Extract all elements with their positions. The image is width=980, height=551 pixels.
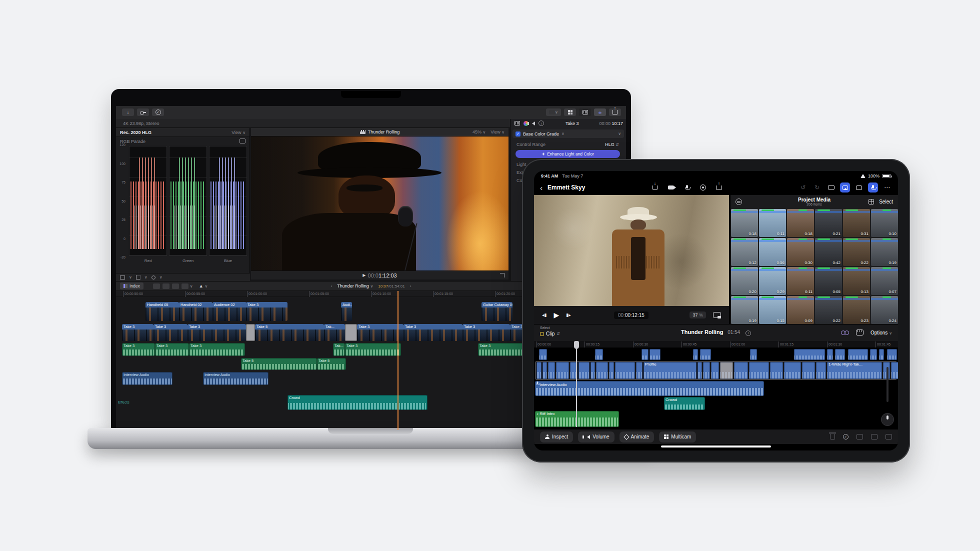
media-thumbnail[interactable]: 0:22 [843, 238, 870, 266]
scope-settings-icon[interactable] [240, 138, 246, 144]
storyline-clip[interactable] [734, 362, 748, 379]
storyline-clip[interactable] [578, 362, 590, 379]
import-media-icon[interactable] [650, 182, 660, 192]
next-frame-icon[interactable]: ▮▸ [566, 312, 570, 318]
connect-edit-icon[interactable] [153, 284, 160, 289]
import-button[interactable]: ↓ [122, 108, 134, 116]
checkbox-icon[interactable]: ✓ [516, 132, 520, 136]
play-icon[interactable]: ▶ [554, 311, 559, 319]
storyline-clip[interactable] [770, 362, 783, 379]
captions-icon[interactable] [826, 182, 836, 192]
audio-clip[interactable]: Take 3 [345, 343, 401, 356]
storyline-clip[interactable] [542, 362, 547, 379]
connected-clip[interactable]: Handheld 02 [179, 302, 212, 321]
connected-clip[interactable] [595, 349, 603, 360]
connected-clip[interactable]: Handheld 05 [146, 302, 179, 321]
crowd-audio-clip[interactable]: Crowd [664, 397, 705, 410]
undo-icon[interactable]: ↺ [798, 182, 808, 192]
audio-inspector-icon[interactable] [532, 122, 535, 126]
storyline-clip[interactable] [590, 362, 595, 379]
insert-edit-icon[interactable] [162, 284, 170, 289]
media-thumbnail[interactable]: 0:22 [815, 296, 842, 324]
timeline-index-button[interactable] [579, 108, 591, 116]
media-thumbnail[interactable]: 0:31 [843, 209, 870, 237]
transition-clip[interactable] [246, 324, 255, 341]
ipad-timeline-ruler[interactable]: 00:00:0000:00:1500:00:3000:00:4500:01:00… [534, 341, 898, 348]
camera-icon[interactable] [666, 182, 676, 192]
grid-view-icon[interactable] [868, 199, 874, 204]
storyline-clip[interactable] [548, 362, 555, 379]
media-thumbnail[interactable]: 0:18 [731, 209, 758, 237]
previous-frame-icon[interactable]: ◂▮ [542, 312, 546, 318]
video-clip[interactable]: Take 3 [154, 324, 188, 341]
draw-mask-icon[interactable] [152, 276, 156, 280]
connected-clip[interactable] [642, 349, 648, 360]
media-thumbnail[interactable]: 0:10 [871, 209, 898, 237]
ipad-timecode[interactable]: 00:00:12:15 [614, 312, 648, 319]
media-thumbnail[interactable]: 0:19 [871, 238, 898, 266]
done-check-icon[interactable]: ✓ [843, 434, 848, 440]
audio-clip[interactable]: Take 3 [189, 343, 245, 356]
viewer-display-icon[interactable] [713, 312, 721, 318]
back-icon[interactable]: ‹ [540, 184, 542, 192]
next-project-icon[interactable]: › [410, 284, 412, 288]
storyline-clip[interactable] [536, 362, 542, 379]
media-thumbnail[interactable]: 0:18 [787, 209, 814, 237]
options-menu[interactable]: Options ∨ [870, 330, 892, 336]
multicam-icon[interactable] [841, 330, 849, 335]
connected-clip[interactable] [827, 349, 833, 360]
viewer-zoom-menu[interactable]: 45% ∨ [472, 130, 486, 134]
keyword-button[interactable] [137, 108, 149, 116]
media-thumbnail[interactable]: 0:05 [815, 267, 842, 295]
connected-clip[interactable] [848, 349, 868, 360]
connect-clip-icon[interactable] [856, 434, 863, 440]
share-icon[interactable] [714, 182, 724, 192]
media-thumbnail[interactable]: 0:09 [787, 296, 814, 324]
crowd-effect-clip[interactable]: Crowd [288, 395, 428, 410]
timeline-project-menu[interactable]: Thunder Rolling ∨ [337, 284, 373, 288]
video-inspector-icon[interactable] [514, 121, 520, 126]
home-indicator[interactable] [661, 446, 771, 448]
audio-clip[interactable]: Take 5 [241, 358, 317, 370]
media-thumbnail[interactable]: 0:30 [787, 238, 814, 266]
connected-clip[interactable] [700, 349, 711, 360]
arrow-tool-icon[interactable]: ▲ [199, 284, 204, 288]
connected-clip[interactable] [693, 349, 698, 360]
pencil-icon[interactable] [698, 182, 708, 192]
ipad-playhead[interactable] [576, 348, 577, 427]
audio-clip[interactable]: Take 5 [317, 358, 346, 370]
audio-clip[interactable]: Take 3 [122, 343, 155, 356]
info-icon[interactable]: i [746, 330, 751, 336]
inspect-button[interactable]: Inspect [540, 432, 573, 442]
append-clip-icon[interactable] [886, 434, 892, 440]
storyline-clip[interactable]: 1-Wide Right-Tak... [827, 362, 882, 379]
clip-appearance-button[interactable]: ∨ [546, 108, 561, 116]
animate-button[interactable]: Animate [620, 432, 654, 442]
info-inspector-icon[interactable]: i [538, 120, 544, 126]
voiceover-icon[interactable] [868, 182, 878, 192]
overwrite-edit-icon[interactable] [182, 284, 188, 289]
mac-playhead[interactable] [398, 291, 398, 430]
connected-clip[interactable] [835, 349, 845, 360]
storyline-clip[interactable] [596, 362, 608, 379]
media-thumbnail[interactable]: 0:29 [759, 267, 786, 295]
media-thumbnail[interactable]: 0:20 [731, 267, 758, 295]
connected-clip[interactable] [539, 349, 547, 360]
media-thumbnail[interactable]: 0:12 [731, 238, 758, 266]
media-thumbnail[interactable]: 0:42 [815, 238, 842, 266]
video-clip[interactable]: Take 3 [357, 324, 404, 341]
base-color-grade-row[interactable]: ✓ Base Color Grade∨ ∨ [512, 130, 624, 138]
media-thumbnail[interactable]: 0:11 [787, 267, 814, 295]
interview-audio-clip[interactable]: Interview Audio [535, 381, 764, 396]
viewer-zoom-control[interactable]: 37 % [690, 312, 706, 318]
more-icon[interactable]: ⋯ [882, 182, 892, 192]
camera-roll-icon[interactable] [856, 330, 864, 336]
filter-icon[interactable] [736, 198, 742, 205]
share-button[interactable] [609, 108, 621, 116]
media-thumbnail[interactable]: 0:19 [731, 296, 758, 324]
effects-icon[interactable] [854, 182, 864, 192]
connected-clip[interactable] [870, 349, 877, 360]
jog-control[interactable] [881, 367, 894, 426]
connected-clip[interactable]: Audi... [341, 302, 352, 321]
connected-clip[interactable] [750, 349, 757, 360]
